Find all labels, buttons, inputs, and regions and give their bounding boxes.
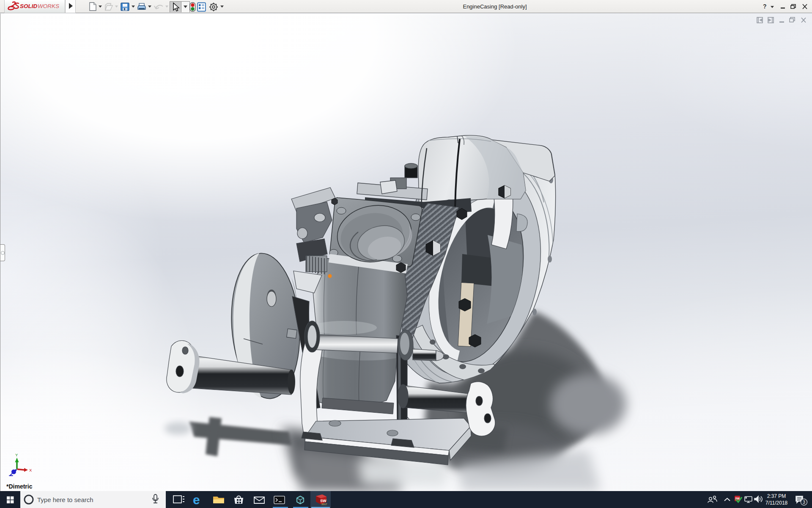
svg-text:2017: 2017 — [321, 503, 327, 505]
svg-text:?: ? — [763, 3, 767, 10]
svg-text:Y: Y — [15, 453, 18, 457]
svg-text:3: 3 — [803, 500, 805, 505]
svg-text:X: X — [29, 468, 32, 472]
svg-text:WORKS: WORKS — [38, 3, 59, 9]
svg-text:Type here to search: Type here to search — [37, 496, 93, 503]
svg-text:SOLID: SOLID — [20, 3, 38, 9]
svg-text:SW: SW — [320, 499, 326, 503]
svg-text:e: e — [193, 493, 200, 507]
